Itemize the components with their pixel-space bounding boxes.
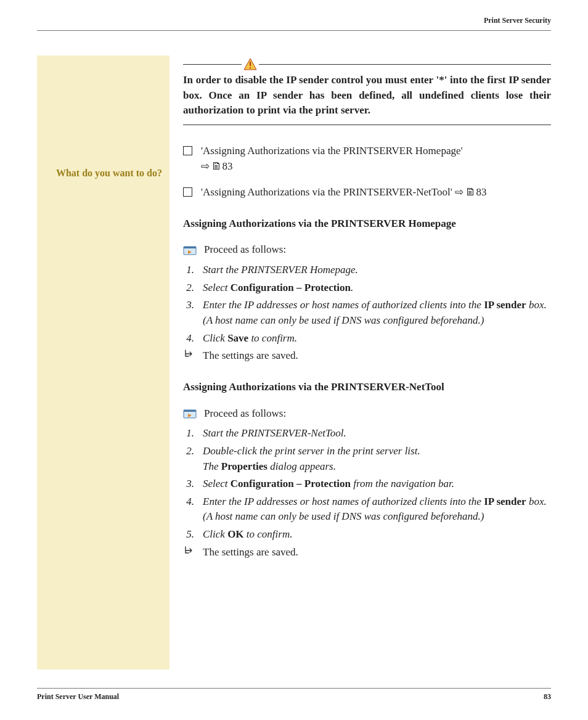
checklist: 'Assigning Authorizations via the PRINTS… [183,144,551,200]
step-number: 4. [183,331,194,346]
step-text: Enter the IP addresses or host names of … [203,298,551,328]
page-footer: Print Server User Manual 83 [37,669,551,702]
step-item: 2.Select Configuration – Protection. [183,280,551,296]
section-heading: Assigning Authorizations via the PRINTSE… [183,380,551,395]
svg-rect-7 [184,410,196,412]
step-number: 3. [183,477,194,492]
svg-rect-4 [184,247,196,248]
sidebar: What do you want to do? [37,55,169,669]
step-item: 5.Click OK to confirm. [183,527,551,542]
step-text: Enter the IP addresses or host names of … [203,494,551,525]
result-icon [183,348,194,364]
result-text: The settings are saved. [203,348,298,364]
proceed-row: Proceed as follows: [183,242,551,258]
svg-rect-2 [250,67,251,68]
step-item: 1.Start the PRINTSERVER-NetTool. [183,426,551,441]
section-heading: Assigning Authorizations via the PRINTSE… [183,216,551,232]
checkbox-icon [183,187,192,197]
step-item: 3.Select Configuration – Protection from… [183,477,551,492]
step-text: Click OK to confirm. [203,527,551,542]
step-text: Select Configuration – Protection from t… [203,477,551,492]
main-content: In order to disable the IP sender contro… [183,55,551,669]
step-item: 4.Click Save to confirm. [183,331,551,346]
proceed-icon [183,245,197,256]
running-header: Print Server Security [37,12,551,30]
result-icon [183,545,194,560]
footer-page-number: 83 [544,692,551,702]
step-text: Select Configuration – Protection. [203,280,551,296]
checklist-item: 'Assigning Authorizations via the PRINTS… [183,185,551,200]
warning-text: In order to disable the IP sender contro… [183,73,551,118]
svg-rect-1 [250,62,251,66]
checklist-text: 'Assigning Authorizations via the PRINTS… [201,144,551,174]
step-item: 3.Enter the IP addresses or host names o… [183,298,551,328]
step-list: 1.Start the PRINTSERVER Homepage.2.Selec… [183,263,551,346]
checkbox-icon [183,146,192,155]
proceed-label: Proceed as follows: [204,242,286,258]
step-text: Click Save to confirm. [203,331,551,346]
proceed-label: Proceed as follows: [204,406,286,422]
result-row: The settings are saved. [183,545,551,560]
step-number: 1. [183,426,194,441]
footer-rule [37,688,551,689]
step-item: 4.Enter the IP addresses or host names o… [183,494,551,525]
footer-manual-title: Print Server User Manual [37,692,119,702]
warning-icon [243,58,257,70]
step-item: 2.Double-click the print server in the p… [183,444,551,474]
step-text: Start the PRINTSERVER Homepage. [203,263,551,278]
proceed-row: Proceed as follows: [183,406,551,422]
step-text: Double-click the print server in the pri… [203,444,551,474]
step-number: 3. [183,298,194,328]
step-number: 1. [183,263,194,278]
step-number: 2. [183,444,194,474]
step-list: 1.Start the PRINTSERVER-NetTool.2.Double… [183,426,551,542]
step-number: 2. [183,280,194,296]
step-number: 5. [183,527,194,542]
result-text: The settings are saved. [203,545,298,560]
checklist-item: 'Assigning Authorizations via the PRINTS… [183,144,551,174]
proceed-icon [183,408,197,419]
result-row: The settings are saved. [183,348,551,364]
step-text: Start the PRINTSERVER-NetTool. [203,426,551,441]
sidebar-prompt: What do you want to do? [37,166,162,180]
header-rule [37,30,551,31]
step-item: 1.Start the PRINTSERVER Homepage. [183,263,551,278]
step-number: 4. [183,494,194,525]
warning-block: In order to disable the IP sender contro… [183,58,551,125]
checklist-text: 'Assigning Authorizations via the PRINTS… [201,185,551,200]
